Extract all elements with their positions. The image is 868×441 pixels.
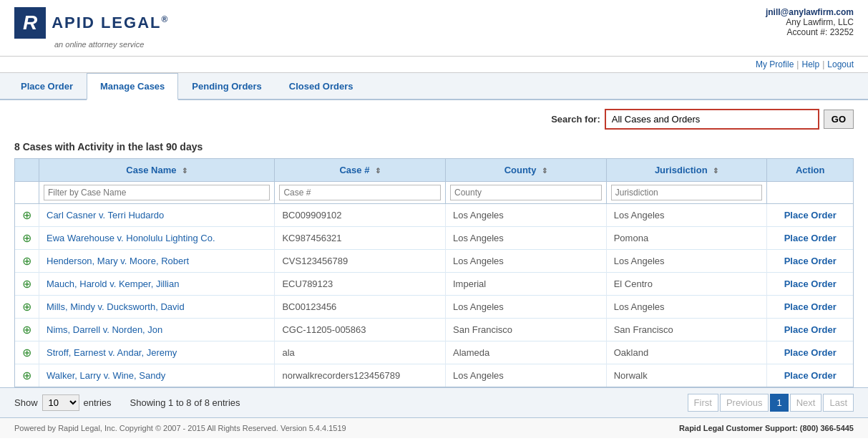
user-email: jnill@anylawfirm.com <box>766 7 854 17</box>
green-circle-icon[interactable]: ⊕ <box>22 300 31 314</box>
search-bar: Search for: GO <box>0 100 868 138</box>
table-row: ⊕ Stroff, Earnest v. Andar, Jeremy ala A… <box>15 341 853 364</box>
row-place-order[interactable]: Place Order <box>767 319 853 341</box>
green-circle-icon[interactable]: ⊕ <box>22 231 31 245</box>
row-icon-cell: ⊕ <box>15 273 39 296</box>
separator-2: | <box>822 59 824 69</box>
row-case-num: CGC-11205-005863 <box>275 319 446 341</box>
col-jurisdiction[interactable]: Jurisdiction ⇕ <box>606 159 767 182</box>
filter-row <box>15 182 853 204</box>
show-entries: Show 10 25 50 100 entries Showing 1 to 8… <box>14 394 240 411</box>
pagination-bar: Show 10 25 50 100 entries Showing 1 to 8… <box>0 387 868 417</box>
logo-letter: R <box>23 11 37 34</box>
tab-closed-orders[interactable]: Closed Orders <box>275 73 367 99</box>
green-circle-icon[interactable]: ⊕ <box>22 323 31 336</box>
table-row: ⊕ Mauch, Harold v. Kemper, Jillian ECU78… <box>15 273 853 296</box>
row-jurisdiction: Los Angeles <box>606 296 767 319</box>
col-case-name[interactable]: Case Name ⇕ <box>39 159 275 182</box>
col-case-num[interactable]: Case # ⇕ <box>275 159 446 182</box>
logo-box: R APID LEGAL® <box>14 7 169 39</box>
cases-table-container: Case Name ⇕ Case # ⇕ County ⇕ Jurisdicti… <box>14 158 854 387</box>
show-label: Show <box>14 397 38 408</box>
icon-col-header <box>15 159 39 182</box>
tab-manage-cases[interactable]: Manage Cases <box>87 73 178 100</box>
row-icon-cell: ⊕ <box>15 250 39 273</box>
col-county[interactable]: County ⇕ <box>446 159 607 182</box>
filter-action-cell <box>767 182 853 204</box>
filter-county[interactable] <box>450 185 602 200</box>
green-circle-icon[interactable]: ⊕ <box>22 208 31 222</box>
last-page-button[interactable]: Last <box>823 394 854 412</box>
row-icon-cell: ⊕ <box>15 341 39 364</box>
first-page-button[interactable]: First <box>688 394 718 412</box>
tab-place-order[interactable]: Place Order <box>7 73 87 99</box>
filter-jurisdiction[interactable] <box>611 185 763 200</box>
row-place-order[interactable]: Place Order <box>767 273 853 296</box>
row-place-order[interactable]: Place Order <box>767 204 853 227</box>
help-link[interactable]: Help <box>801 59 819 69</box>
row-case-name: Mills, Mindy v. Ducksworth, David <box>39 296 275 319</box>
logo-name-area: APID LEGAL® <box>52 14 169 32</box>
sort-arrow-case-name: ⇕ <box>182 167 187 175</box>
row-case-name: Carl Casner v. Terri Hudardo <box>39 204 275 227</box>
entries-label: entries <box>84 397 112 408</box>
entries-select[interactable]: 10 25 50 100 <box>42 394 79 411</box>
row-place-order[interactable]: Place Order <box>767 341 853 364</box>
row-jurisdiction: Pomona <box>606 227 767 250</box>
logo-text: APID LEGAL® <box>52 14 169 32</box>
filter-case-name[interactable] <box>44 185 270 200</box>
row-place-order[interactable]: Place Order <box>767 364 853 387</box>
search-label: Search for: <box>551 114 600 125</box>
row-place-order[interactable]: Place Order <box>767 250 853 273</box>
row-place-order[interactable]: Place Order <box>767 227 853 250</box>
tab-pending-orders[interactable]: Pending Orders <box>178 73 275 99</box>
filter-case-num-cell <box>275 182 446 204</box>
logout-link[interactable]: Logout <box>827 59 854 69</box>
logo-icon: R <box>14 7 46 39</box>
row-case-name: Nims, Darrell v. Norden, Jon <box>39 319 275 341</box>
filter-icon-cell <box>15 182 39 204</box>
green-circle-icon[interactable]: ⊕ <box>22 277 31 291</box>
my-profile-link[interactable]: My Profile <box>756 59 794 69</box>
row-county: Los Angeles <box>446 250 607 273</box>
row-county: Los Angeles <box>446 227 607 250</box>
green-circle-icon[interactable]: ⊕ <box>22 254 31 268</box>
page-header: R APID LEGAL® an online attorney service… <box>0 0 868 57</box>
previous-page-button[interactable]: Previous <box>720 394 769 412</box>
table-header-row: Case Name ⇕ Case # ⇕ County ⇕ Jurisdicti… <box>15 159 853 182</box>
table-row: ⊕ Henderson, Mary v. Moore, Robert CVS12… <box>15 250 853 273</box>
row-icon-cell: ⊕ <box>15 296 39 319</box>
row-county: Imperial <box>446 273 607 296</box>
row-county: Los Angeles <box>446 364 607 387</box>
row-jurisdiction: San Francisco <box>606 319 767 341</box>
row-county: Los Angeles <box>446 204 607 227</box>
go-button[interactable]: GO <box>824 110 854 129</box>
filter-case-num[interactable] <box>279 185 441 200</box>
user-company: Any Lawfirm, LLC <box>766 17 854 27</box>
table-row: ⊕ Ewa Warehouse v. Honolulu Lighting Co.… <box>15 227 853 250</box>
row-case-num: norwalkrecorders123456789 <box>275 364 446 387</box>
next-page-button[interactable]: Next <box>790 394 822 412</box>
logo-area: R APID LEGAL® an online attorney service <box>14 7 169 49</box>
search-input[interactable] <box>605 109 819 130</box>
separator-1: | <box>796 59 799 69</box>
row-icon-cell: ⊕ <box>15 319 39 341</box>
showing-text: Showing 1 to 8 of 8 entries <box>130 397 240 408</box>
row-case-num: ECU789123 <box>275 273 446 296</box>
row-county: San Francisco <box>446 319 607 341</box>
footer-copyright: Powered by Rapid Legal, Inc. Copyright ©… <box>14 424 346 432</box>
row-place-order[interactable]: Place Order <box>767 296 853 319</box>
row-case-num: CVS123456789 <box>275 250 446 273</box>
page-controls: First Previous 1 Next Last <box>688 394 854 412</box>
page-1-button[interactable]: 1 <box>770 394 788 412</box>
green-circle-icon[interactable]: ⊕ <box>22 346 31 359</box>
logo-tagline: an online attorney service <box>54 40 169 49</box>
row-case-num: BC009909102 <box>275 204 446 227</box>
row-case-name: Ewa Warehouse v. Honolulu Lighting Co. <box>39 227 275 250</box>
table-row: ⊕ Mills, Mindy v. Ducksworth, David BC00… <box>15 296 853 319</box>
table-row: ⊕ Carl Casner v. Terri Hudardo BC0099091… <box>15 204 853 227</box>
row-jurisdiction: Oakland <box>606 341 767 364</box>
green-circle-icon[interactable]: ⊕ <box>22 369 31 382</box>
table-body: ⊕ Carl Casner v. Terri Hudardo BC0099091… <box>15 204 853 387</box>
row-case-name: Henderson, Mary v. Moore, Robert <box>39 250 275 273</box>
